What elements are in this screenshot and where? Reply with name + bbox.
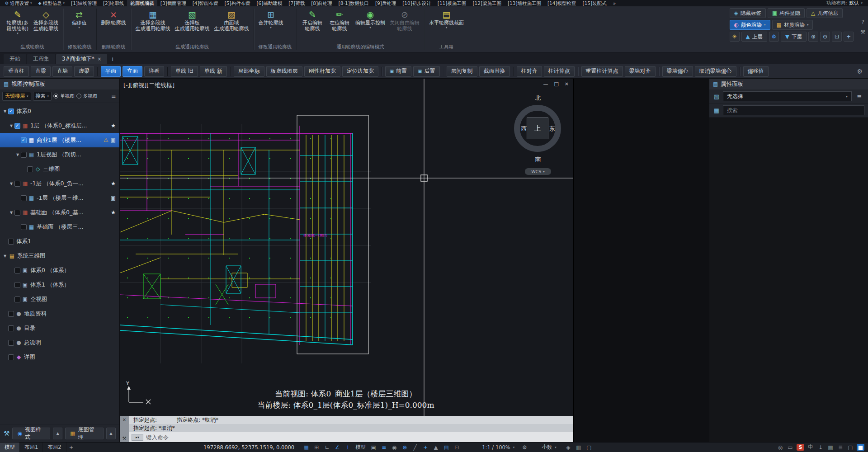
pan-icon[interactable]: + (844, 32, 854, 42)
toolbar-button[interactable]: 柱对齐 (517, 66, 542, 77)
toolbar-button[interactable]: 局部坐标 (234, 66, 264, 77)
rows-icon[interactable]: ≣ (836, 443, 845, 452)
tree-item[interactable]: ▦商业1层 （楼层...⚠▣ (0, 133, 119, 147)
visibility-checkbox[interactable] (27, 166, 33, 172)
settings-gear-icon[interactable]: ⚙ (520, 443, 529, 452)
visibility-checkbox[interactable] (8, 325, 14, 331)
visibility-checkbox[interactable] (14, 181, 20, 187)
menu-item[interactable]: [3]截面管理 (157, 0, 189, 6)
tree-item[interactable]: ▼体系0 (0, 104, 119, 118)
ribbon-button-select-polyline[interactable]: ◇选择多段线生成轮廓线 (32, 8, 60, 33)
menu-item[interactable]: ⚙通用设置▾ (2, 0, 35, 6)
tree-item[interactable]: ●目录 (0, 321, 119, 335)
tree-item[interactable]: ▣体系1 （体系） (0, 278, 119, 292)
ribbon-button-offset[interactable]: ⇄偏移值▾ (66, 8, 92, 30)
tree-item[interactable]: ▼▦1层视图 （剖切... (0, 147, 119, 162)
toolbar-button[interactable]: 柱计算点 (544, 66, 575, 77)
zoom-ext-icon[interactable]: ⊡ (832, 32, 842, 42)
menu-item[interactable]: [8]前处理 (308, 0, 335, 6)
visibility-checkbox[interactable] (8, 311, 14, 317)
toolbar-button[interactable]: 垂直柱 (4, 66, 29, 77)
visibility-checkbox[interactable] (14, 297, 20, 302)
layer-down-button[interactable]: ▼下层 (781, 32, 807, 42)
tree-item[interactable]: ▼▥-1层 （体系0_负一...★ (0, 176, 119, 191)
menu-item[interactable]: [14]模型检查 (544, 0, 580, 6)
menu-item[interactable]: [10]初步设计 (399, 0, 434, 6)
drawing-viewport[interactable]: 体(楼层)--1层(2)Y [-][俯视][二维线框] —□× 上 北 南 西 … (120, 79, 573, 442)
layout-tab[interactable]: 布局2 (43, 443, 66, 452)
visibility-checkbox[interactable] (8, 354, 14, 360)
ribbon-button-gen-from-slab[interactable]: ▧选择板生成通用轮廓线 (173, 8, 212, 33)
menu-item[interactable]: [12]梁施工图 (469, 0, 505, 6)
toolbar-button[interactable]: 单线 新 (200, 66, 227, 77)
ribbon-button-gen-from-polyline[interactable]: ▦选择多段线生成通用轮廓线 (134, 8, 172, 33)
download-icon[interactable]: ↓ (816, 443, 825, 452)
ribbon-button-horiz-section[interactable]: ▤水平轮廓线截面▾ (427, 8, 466, 30)
toolbar-button[interactable]: 刚性杆加宽 (304, 66, 340, 77)
selection-dropdown[interactable]: 无选择 ▾ (723, 91, 852, 101)
ribbon-button-component[interactable]: ▣构件显隐 (768, 8, 805, 18)
ribbon-button-geometry[interactable]: △几何信息 (807, 8, 843, 18)
toolbar-button[interactable]: 梁墙对齐 (625, 66, 656, 77)
cursor-coordinates[interactable]: 197288.6692, 52375.1519, 0.0000 (203, 444, 294, 451)
toolbar-button[interactable]: 虚梁 (74, 66, 94, 77)
ribbon-button-tag[interactable]: ◈隐藏标签 (730, 8, 766, 18)
toolbar-button[interactable]: 立面 (123, 66, 142, 77)
visibility-checkbox[interactable] (14, 282, 20, 288)
ribbon-button-gen-from-region[interactable]: ▨由面域生成通用轮廓线 (212, 8, 251, 33)
floor-filter-dropdown[interactable]: 无锁楼层 ▾ (2, 92, 31, 101)
visibility-checkbox[interactable] (14, 123, 20, 129)
workspace-icon[interactable]: ▤ (442, 443, 451, 452)
fullscreen-icon[interactable]: ▢ (846, 443, 855, 452)
close-icon[interactable]: × (123, 417, 126, 422)
hamburger-menu-icon[interactable]: ≡ (111, 93, 117, 99)
menu-item[interactable]: [15]装配式 (580, 0, 610, 6)
toolbar-settings-gear-icon[interactable]: ⚙ (857, 68, 864, 75)
polar-tracking-icon[interactable]: ∠ (333, 443, 342, 452)
menu-item[interactable]: ◆模型信息▾ (35, 0, 68, 6)
visibility-checkbox[interactable] (8, 239, 14, 245)
maximize-icon[interactable]: □ (554, 81, 558, 87)
tree-item[interactable]: ◇三维图 (0, 162, 119, 176)
tree-item[interactable]: ▼▤系统三维图 (0, 249, 119, 263)
toolbar-button[interactable]: 层间复制 (447, 66, 477, 77)
view-cube-south[interactable]: 南 (504, 155, 572, 164)
favorite-star-icon[interactable]: ★ (111, 209, 116, 216)
menu-item[interactable]: [2]轮廓线 (100, 0, 127, 6)
layout-tab[interactable]: 布局1 (20, 443, 43, 452)
command-prompt-icon[interactable]: ▸▾ (132, 434, 143, 441)
visibility-checkbox[interactable] (21, 195, 27, 201)
isolate-objects-icon[interactable]: ◈ (564, 443, 573, 452)
snap-icon[interactable]: ▦ (302, 443, 311, 452)
tree-item[interactable]: ▣全视图 (0, 292, 119, 306)
help-icon[interactable]: ? (861, 19, 864, 25)
isoplane-icon[interactable]: ╱ (410, 443, 420, 452)
toolbar-button[interactable]: 直梁 (31, 66, 51, 77)
layer-up-button[interactable]: ▲上层 (741, 32, 767, 42)
hatch-toggle-icon[interactable]: ▥ (574, 443, 583, 452)
base-map-button[interactable]: ▦ 底图管理 (65, 428, 104, 439)
wrench-icon[interactable]: ⚒ (123, 436, 127, 441)
annotation-scale-icon[interactable]: ▲ (431, 443, 440, 452)
tree-item[interactable]: ▣体系0 （体系） (0, 263, 119, 278)
wrench-icon[interactable]: ⚒ (860, 29, 865, 35)
toolbar-button[interactable]: 定位边加宽 (342, 66, 378, 77)
menu-item[interactable]: [6]辅助建模 (253, 0, 285, 6)
menu-item[interactable]: [4]智能布置 (189, 0, 222, 6)
visibility-checkbox[interactable] (8, 108, 14, 114)
lineweight-icon[interactable]: ≡ (379, 443, 388, 452)
toolbar-button[interactable]: 重置柱计算点 (581, 66, 623, 77)
sun-icon[interactable]: ☀ (730, 32, 740, 42)
favorite-star-icon[interactable]: ★ (111, 180, 116, 187)
menu-item[interactable]: [7]荷载 (285, 0, 308, 6)
property-search-input[interactable] (723, 105, 864, 115)
s-logo-icon[interactable]: S (797, 444, 804, 451)
menu-item[interactable]: [5]构件布置 (222, 0, 254, 6)
toolbar-button[interactable]: ▣后置 (413, 66, 439, 77)
ribbon-button-polyline-draw[interactable]: ✎轮廓线(多段线绘制)▾ (5, 8, 31, 36)
document-tab[interactable]: 开始 (4, 54, 26, 64)
ribbon-button-color[interactable]: ◐颜色渲染▾ (730, 20, 770, 30)
single-view-radio[interactable] (53, 94, 58, 99)
units-icon[interactable]: ⊡ (452, 443, 461, 452)
view-style-expand-button[interactable]: ▲ (53, 428, 62, 439)
